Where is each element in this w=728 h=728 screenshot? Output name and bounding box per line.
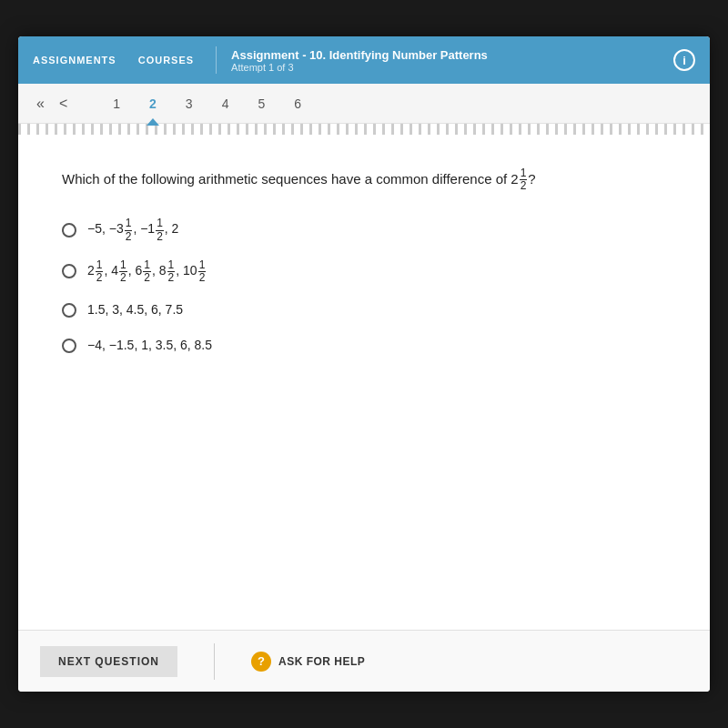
- question-text: Which of the following arithmetic sequen…: [62, 167, 666, 192]
- option-a-text: −5, −312, −112, 2: [87, 217, 178, 242]
- pagination-nav: « <: [33, 92, 71, 116]
- option-d[interactable]: −4, −1.5, 1, 3.5, 6, 8.5: [62, 336, 666, 355]
- dot-separator: [18, 124, 710, 135]
- radio-c[interactable]: [62, 303, 76, 318]
- info-icon[interactable]: i: [673, 49, 695, 71]
- page-3[interactable]: 3: [180, 93, 198, 115]
- next-question-button[interactable]: NEXT QUESTION: [40, 646, 177, 677]
- ask-for-help-label: ASK FOR HELP: [278, 655, 365, 668]
- left-nav[interactable]: <: [56, 92, 71, 116]
- nav-assignments[interactable]: ASSIGNMENTS: [33, 55, 116, 66]
- radio-a[interactable]: [62, 223, 76, 238]
- page-5[interactable]: 5: [252, 93, 270, 115]
- page-6[interactable]: 6: [288, 93, 307, 115]
- nav-attempt-label: Attempt 1 of 3: [231, 62, 673, 73]
- option-b[interactable]: 212, 412, 612, 812, 1012: [62, 259, 666, 284]
- bottom-divider: [214, 643, 215, 680]
- help-icon: ?: [251, 652, 271, 672]
- option-c-text: 1.5, 3, 4.5, 6, 7.5: [87, 300, 183, 319]
- double-left-nav[interactable]: «: [33, 92, 48, 116]
- nav-courses[interactable]: COURSES: [138, 55, 194, 66]
- ask-for-help[interactable]: ? ASK FOR HELP: [251, 652, 365, 672]
- main-content: Which of the following arithmetic sequen…: [18, 135, 710, 630]
- screen: ASSIGNMENTS COURSES Assignment - 10. Ide…: [0, 0, 728, 728]
- bottom-bar: NEXT QUESTION ? ASK FOR HELP: [18, 630, 710, 692]
- pagination-numbers: 1 2 3 4 5 6: [107, 93, 307, 115]
- nav-assignment-title: Assignment - 10. Identifying Number Patt…: [231, 48, 673, 62]
- option-a[interactable]: −5, −312, −112, 2: [62, 217, 666, 242]
- pagination-bar: « < 1 2 3 4 5 6: [18, 84, 710, 124]
- top-nav: ASSIGNMENTS COURSES Assignment - 10. Ide…: [18, 36, 710, 84]
- radio-d[interactable]: [62, 339, 76, 353]
- option-b-text: 212, 412, 612, 812, 1012: [87, 259, 207, 284]
- nav-divider: [216, 46, 217, 74]
- page-4[interactable]: 4: [217, 93, 235, 115]
- answer-options: −5, −312, −112, 2 212, 412, 612, 812, 10…: [62, 217, 666, 355]
- tablet-container: ASSIGNMENTS COURSES Assignment - 10. Ide…: [18, 36, 710, 692]
- option-d-text: −4, −1.5, 1, 3.5, 6, 8.5: [87, 336, 212, 355]
- nav-assignment-info: Assignment - 10. Identifying Number Patt…: [231, 48, 673, 73]
- page-1[interactable]: 1: [107, 93, 126, 115]
- page-2[interactable]: 2: [144, 93, 162, 115]
- radio-b[interactable]: [62, 264, 76, 278]
- option-c[interactable]: 1.5, 3, 4.5, 6, 7.5: [62, 300, 666, 319]
- common-diff-fraction: 12: [520, 167, 528, 192]
